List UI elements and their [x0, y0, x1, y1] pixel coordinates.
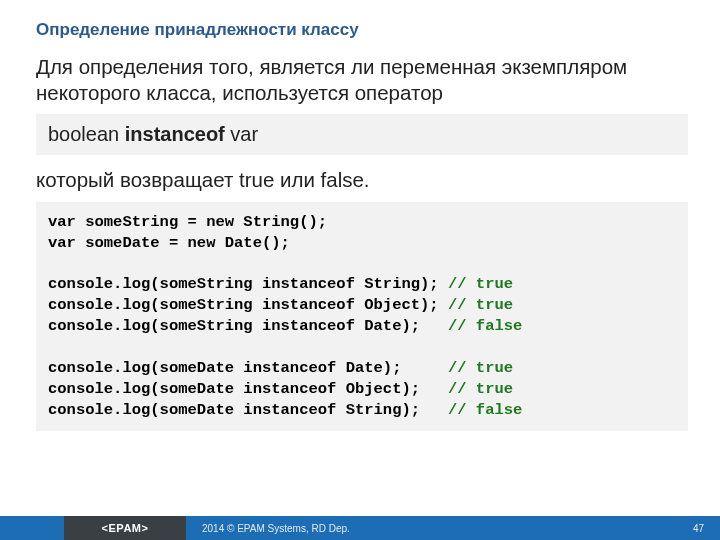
code-example: var someString = new String(); var someD… — [36, 202, 688, 431]
footer-logo-tab: <EPAM> — [64, 516, 186, 540]
syntax-keyword: instanceof — [125, 123, 225, 145]
syntax-pre: boolean — [48, 123, 125, 145]
slide-number: 47 — [693, 523, 704, 534]
footer-copyright: 2014 © EPAM Systems, RD Dep. — [202, 523, 350, 534]
footer-bar: <EPAM> 2014 © EPAM Systems, RD Dep. 47 — [0, 516, 720, 540]
slide-title: Определение принадлежности классу — [0, 0, 720, 40]
epam-logo: <EPAM> — [102, 522, 149, 534]
result-paragraph: который возвращает true или false. — [0, 159, 720, 199]
syntax-post: var — [225, 123, 258, 145]
syntax-snippet: boolean instanceof var — [36, 114, 688, 155]
intro-paragraph: Для определения того, является ли переме… — [0, 40, 720, 112]
